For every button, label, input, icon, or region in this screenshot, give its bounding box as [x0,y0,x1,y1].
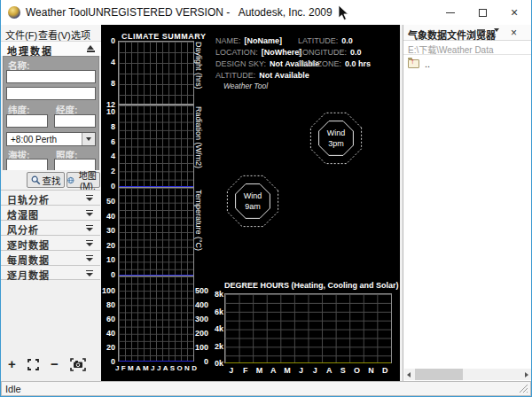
wind-rose-9am[interactable]: Wind 9am [223,171,283,231]
expand-icon[interactable] [86,240,93,246]
axis-tick: 8 [101,79,115,88]
file-browser-header: 气象数据文件浏览器 × [403,25,531,41]
name-input[interactable] [6,70,96,83]
axis-tick: 80 [101,300,115,309]
expand-icon[interactable] [86,210,93,216]
month-label: O [354,366,361,375]
info-value: Not Available [259,71,309,80]
weather-file-browser-panel: 气象数据文件浏览器 × E:\下载\Weather Data ↑ .. [403,25,531,381]
climate-summary-canvas: CLIMATE SUMMARY 04812 1086420 5040302010… [101,25,400,381]
status-bar: Idle [1,381,531,396]
axis-tick: 0 [101,36,115,45]
month-label: J [311,366,318,375]
info-label: LONGITUDE: [298,48,347,57]
month-label: S [170,364,175,372]
minimize-icon [446,12,455,13]
month-label: A [136,364,141,372]
info-value: 0.0 [341,36,353,45]
timezone-select[interactable]: +8:00 Perth [6,132,96,146]
temperature-axis-ticks: 50403020100 [101,197,115,279]
wind-rose-time: 3pm [328,139,344,148]
degree-hours-axis-ticks: 8k6k4k2k0k [209,290,223,368]
info-label: LATITUDE: [298,36,338,45]
degree-months-axis: JFMAMJJASOND [224,366,392,375]
float-window-icon[interactable] [477,29,485,36]
climate-months-axis: JFMAMJJASOND [115,364,197,372]
info-label: NAME: [215,36,241,45]
folder-up-item[interactable]: ↑ .. [408,58,430,69]
mouse-cursor [338,4,350,22]
maximize-button[interactable] [466,0,498,25]
section-hourly-data[interactable]: 逐时数据 [1,235,100,250]
axis-tick: 100 [101,286,115,295]
expand-icon[interactable] [86,255,93,261]
month-label: N [184,364,190,372]
title-bar[interactable]: Weather ToolUNREGISTERED VERSION - Autod… [1,0,531,25]
wind-rose-label: Wind [244,191,262,200]
longitude-input[interactable] [54,114,96,128]
axis-tick: 2k [209,342,223,351]
axis-tick: 6k [209,307,223,316]
temperature-axis-label: Temperature (°C) [194,190,203,251]
timezone-dropdown-button[interactable] [82,133,95,145]
file-browser-path-bar[interactable]: E:\下载\Weather Data [403,41,531,55]
status-text: Idle [5,384,21,394]
timezone-value: +8:00 Perth [11,135,57,144]
section-header-geo-data[interactable]: 地理数据 [1,41,101,56]
section-wind-analysis[interactable]: 风分析 [1,220,100,235]
expand-icon[interactable] [86,195,93,201]
axis-tick: 300 [194,315,208,323]
info-value: 0.0 [350,48,362,57]
temperature-zero-line [119,275,193,276]
climate-summary-title: CLIMATE SUMMARY [121,32,207,41]
zoom-out-button[interactable]: − [51,356,59,371]
axis-tick: 10 [101,107,115,116]
month-label: S [340,366,347,375]
close-button[interactable]: × [498,0,530,25]
axis-tick: 4k [209,324,223,333]
horizontal-scrollbar[interactable] [404,369,531,380]
scroll-right-arrow[interactable] [525,372,528,378]
latitude-input[interactable] [6,114,48,128]
window-title: Weather ToolUNREGISTERED VERSION - Autod… [26,6,332,19]
folder-up-icon: ↑ [408,59,419,68]
info-label: LOCATION: [215,48,258,57]
section-label: 逐月数据 [7,268,50,282]
name-alt-input[interactable] [6,87,96,100]
info-location-row: LOCATION:[NoWhere] [215,48,301,57]
axis-tick: 40 [101,329,115,338]
bottom-left-axis-ticks: 100806040200 [101,286,115,366]
snapshot-camera-button[interactable] [70,358,86,371]
axis-tick: 60 [101,315,115,323]
map-button[interactable]: 地图(M). [66,172,100,188]
fit-extents-button[interactable] [27,359,39,370]
section-monthly-data[interactable]: 逐月数据 [1,265,100,280]
month-label: F [242,366,249,375]
month-label: D [381,366,388,375]
axis-tick: 500 [194,286,208,295]
weather-tool-brand: Weather Tool [223,82,268,90]
axis-tick: 50 [101,197,115,206]
scroll-left-arrow[interactable] [407,372,411,378]
section-sun-path[interactable]: 日轨分析 [1,190,100,205]
panel-close-icon[interactable]: × [511,27,517,39]
daylight-chart [118,41,194,105]
menu-view[interactable]: 查看(V) [38,27,71,42]
maximize-icon [479,9,487,17]
menu-file[interactable]: 文件(F) [5,27,37,42]
info-altitude-row: ALTITUDE:Not Available [215,71,309,80]
section-weekly-data[interactable]: 每周数据 [1,250,100,265]
wind-rose-3pm[interactable]: Wind 3pm [306,108,366,168]
axis-tick: 200 [194,329,208,338]
axis-tick: 30 [101,226,115,235]
minimize-button[interactable] [434,0,466,25]
zoom-in-button[interactable]: + [8,356,16,371]
resize-grip[interactable] [519,384,528,393]
find-button[interactable]: 查找 [27,172,65,188]
scrollbar-thumb[interactable] [415,369,463,380]
radiation-zero-line [119,186,193,187]
section-psychrometric[interactable]: 焓湿图 [1,205,100,220]
collapse-icon[interactable] [87,45,95,52]
expand-icon[interactable] [86,225,93,231]
expand-icon[interactable] [86,270,93,276]
